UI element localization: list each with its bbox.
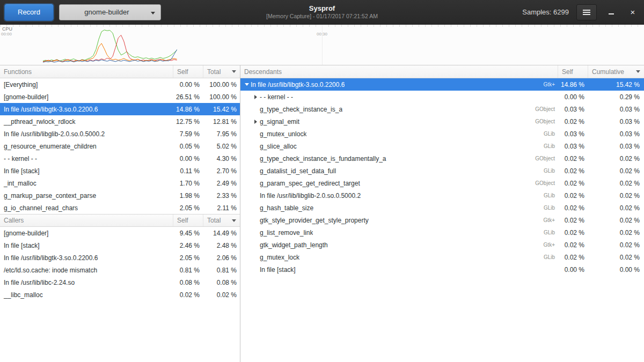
descendant-name-cell: g_slice_alloc	[240, 143, 544, 150]
self-percent: 0.00 %	[558, 93, 588, 101]
hamburger-menu-button[interactable]	[576, 4, 597, 20]
descendants-row[interactable]: g_param_spec_get_redirect_targetGObject0…	[240, 177, 644, 189]
descendants-row[interactable]: g_slice_allocGLib0.03 %0.03 %	[240, 140, 644, 152]
column-header-self[interactable]: Self	[558, 65, 588, 78]
descendants-row[interactable]: g_signal_emitGObject0.02 %0.03 %	[240, 115, 644, 128]
self-percent: 0.05 %	[173, 143, 203, 150]
descendant-name-cell: g_mutex_unlock	[240, 130, 544, 138]
self-percent: 1.98 %	[173, 192, 203, 200]
symbol-name: In file /usr/lib/libgtk-3.so.0.2200.6	[0, 106, 173, 113]
self-percent: 0.00 %	[173, 155, 203, 162]
total-percent: 2.06 %	[203, 254, 240, 262]
total-percent: 0.02 %	[203, 291, 240, 299]
cumulative-percent: 0.00 %	[588, 266, 644, 274]
functions-table-body: [Everything]0.00 %100.00 %[gnome-builder…	[0, 78, 240, 214]
total-percent: 14.49 %	[203, 230, 240, 237]
callers-row[interactable]: In file /usr/lib/libgtk-3.so.0.2200.62.0…	[0, 252, 240, 264]
callers-row[interactable]: In file /usr/lib/libc-2.24.so0.08 %0.08 …	[0, 276, 240, 289]
close-icon: ×	[631, 8, 635, 17]
cumulative-percent: 0.02 %	[588, 229, 644, 237]
descendants-row[interactable]: g_list_remove_linkGLib0.02 %0.02 %	[240, 226, 644, 239]
column-header-self[interactable]: Self	[173, 215, 203, 226]
descendants-row[interactable]: g_type_check_instance_is_fundamentally_a…	[240, 152, 644, 165]
descendants-table-header: Descendants Self Cumulative	[240, 65, 644, 78]
callers-row[interactable]: In file [stack]2.46 %2.48 %	[0, 239, 240, 252]
column-header-total[interactable]: Total	[203, 215, 240, 226]
column-header-self[interactable]: Self	[173, 65, 203, 78]
symbol-name: - - kernel - -	[260, 93, 293, 101]
descendant-name-cell: In file /usr/lib/libglib-2.0.so.0.5000.2	[240, 192, 544, 200]
functions-row[interactable]: In file /usr/lib/libglib-2.0.so.0.5000.2…	[0, 128, 240, 140]
cumulative-percent: 0.29 %	[588, 93, 644, 101]
left-pane: Functions Self Total [Everything]0.00 %1…	[0, 65, 240, 362]
descendants-row[interactable]: In file /usr/lib/libgtk-3.so.0.2200.6Gtk…	[240, 78, 644, 91]
column-header-total[interactable]: Total	[203, 65, 240, 78]
self-percent: 0.02 %	[558, 204, 588, 212]
descendants-row[interactable]: gtk_widget_path_lengthGtk+0.02 %0.02 %	[240, 239, 644, 251]
functions-row[interactable]: In file [stack]0.11 %2.70 %	[0, 165, 240, 177]
functions-row[interactable]: _int_malloc1.70 %2.49 %	[0, 177, 240, 189]
column-header-callers[interactable]: Callers	[0, 215, 173, 226]
self-percent: 2.46 %	[173, 242, 203, 249]
cpu-usage-chart[interactable]: CPU 00:00 00:30	[0, 25, 644, 65]
descendants-row[interactable]: gtk_style_provider_get_style_propertyGtk…	[240, 214, 644, 226]
functions-row[interactable]: g_markup_parse_context_parse1.98 %2.33 %	[0, 189, 240, 202]
callers-table-body: [gnome-builder]9.45 %14.49 %In file [sta…	[0, 227, 240, 301]
column-header-descendants[interactable]: Descendants	[240, 65, 558, 78]
close-button[interactable]: ×	[626, 5, 640, 19]
tree-expander-collapsed-icon[interactable]	[252, 95, 260, 99]
sort-descending-icon	[232, 219, 236, 222]
self-percent: 7.59 %	[173, 130, 203, 138]
descendants-row[interactable]: g_hash_table_sizeGLib0.02 %0.02 %	[240, 202, 644, 214]
column-header-functions[interactable]: Functions	[0, 65, 173, 78]
functions-row[interactable]: [Everything]0.00 %100.00 %	[0, 78, 240, 91]
callers-row[interactable]: [gnome-builder]9.45 %14.49 %	[0, 227, 240, 239]
cumulative-percent: 0.02 %	[588, 217, 644, 224]
descendants-row[interactable]: g_datalist_id_set_data_fullGLib0.02 %0.0…	[240, 165, 644, 177]
functions-row[interactable]: g_resource_enumerate_children0.05 %5.02 …	[0, 140, 240, 152]
total-percent: 4.30 %	[203, 155, 240, 162]
cumulative-percent: 0.03 %	[588, 106, 644, 113]
functions-row[interactable]: g_io_channel_read_chars2.05 %2.11 %	[0, 202, 240, 214]
functions-row[interactable]: [gnome-builder]26.51 %100.00 %	[0, 91, 240, 103]
process-selector-dropdown[interactable]: gnome-builder	[59, 4, 161, 20]
symbol-name: g_resource_enumerate_children	[0, 143, 173, 150]
symbol-name: In file [stack]	[0, 242, 173, 249]
descendants-row[interactable]: g_mutex_unlockGLib0.03 %0.03 %	[240, 128, 644, 140]
functions-row[interactable]: In file /usr/lib/libgtk-3.so.0.2200.614.…	[0, 103, 240, 115]
cumulative-percent: 0.02 %	[588, 167, 644, 175]
time-tick-start: 00:00	[1, 32, 12, 36]
record-button[interactable]: Record	[4, 4, 54, 21]
descendants-row[interactable]: - - kernel - -0.00 %0.29 %	[240, 91, 644, 103]
functions-row[interactable]: - - kernel - -0.00 %4.30 %	[0, 152, 240, 165]
descendant-name-cell: g_list_remove_link	[240, 229, 544, 237]
self-percent: 0.02 %	[558, 167, 588, 175]
symbol-name: g_type_check_instance_is_fundamentally_a	[260, 155, 386, 162]
descendants-row[interactable]: In file [stack]0.00 %0.00 %	[240, 263, 644, 276]
symbol-name: g_hash_table_size	[260, 204, 313, 212]
library-category: GLib	[544, 254, 555, 260]
library-category: Gtk+	[544, 217, 555, 223]
tree-expander-expanded-icon[interactable]	[243, 83, 251, 86]
self-percent: 0.02 %	[558, 155, 588, 162]
descendants-row[interactable]: In file /usr/lib/libglib-2.0.so.0.5000.2…	[240, 189, 644, 202]
callers-row[interactable]: __libc_malloc0.02 %0.02 %	[0, 289, 240, 301]
library-category: GObject	[535, 119, 555, 124]
symbol-name: gtk_style_provider_get_style_property	[260, 217, 369, 224]
self-percent: 0.00 %	[558, 266, 588, 274]
self-percent: 0.00 %	[173, 81, 203, 88]
symbol-name: g_mutex_lock	[260, 254, 299, 261]
descendants-row[interactable]: g_mutex_lockGLib0.02 %0.02 %	[240, 251, 644, 263]
column-header-cumulative[interactable]: Cumulative	[588, 65, 644, 78]
cumulative-percent: 0.02 %	[588, 254, 644, 261]
cumulative-percent: 0.02 %	[588, 204, 644, 212]
tree-expander-collapsed-icon[interactable]	[252, 120, 260, 124]
symbol-name: g_datalist_id_set_data_full	[260, 167, 336, 175]
cpu-core-green-line	[43, 30, 177, 61]
symbol-name: g_type_check_instance_is_a	[260, 106, 342, 113]
descendants-row[interactable]: g_type_check_instance_is_aGObject0.03 %0…	[240, 103, 644, 115]
callers-row[interactable]: /etc/ld.so.cache: inode mismatch0.81 %0.…	[0, 264, 240, 276]
functions-row[interactable]: __pthread_rwlock_rdlock12.75 %12.81 %	[0, 115, 240, 128]
minimize-button[interactable]	[604, 5, 618, 19]
total-percent: 0.08 %	[203, 279, 240, 286]
